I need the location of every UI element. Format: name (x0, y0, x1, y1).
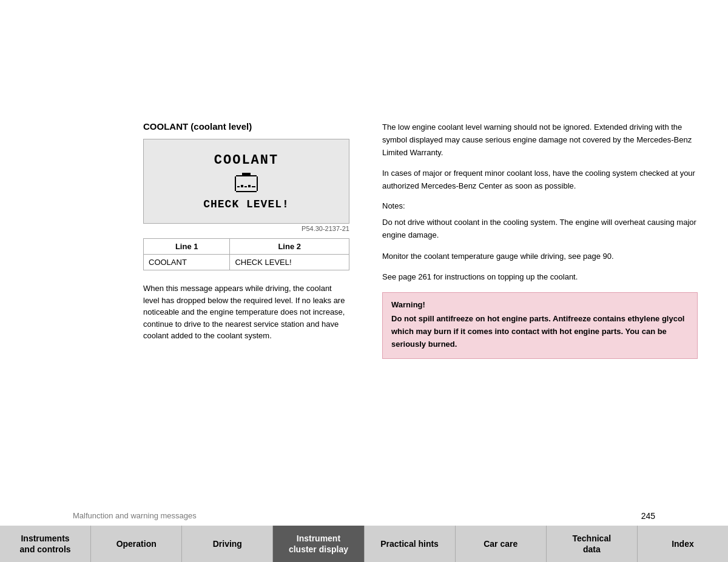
image-caption: P54.30-2137-21 (143, 225, 349, 232)
coolant-display-top: COOLANT (214, 153, 278, 168)
right-para-1: The low engine coolant level warning sho… (382, 121, 698, 159)
footer-area: Malfunction and warning messages 245 Ins… (0, 505, 728, 562)
tab-driving[interactable]: Driving (182, 526, 273, 562)
note-2: Monitor the coolant temperature gauge wh… (382, 250, 698, 263)
warning-title: Warning! (391, 300, 689, 309)
data-table: Line 1 Line 2 COOLANTCHECK LEVEL! (143, 238, 349, 270)
svg-rect-4 (237, 186, 240, 187)
tab-instrument-cluster[interactable]: Instrumentcluster display (273, 526, 364, 562)
svg-rect-6 (244, 186, 247, 187)
coolant-icon (231, 173, 261, 198)
note-1: Do not drive without coolant in the cool… (382, 216, 698, 242)
tab-practical-hints[interactable]: Practical hints (365, 526, 456, 562)
svg-rect-9 (242, 173, 251, 175)
footer-label: Malfunction and warning messages (73, 511, 197, 521)
coolant-display-bottom: CHECK LEVEL! (203, 198, 289, 210)
tab-instruments[interactable]: Instrumentsand controls (0, 526, 91, 562)
tab-car-care[interactable]: Car care (456, 526, 547, 562)
tab-index[interactable]: Index (638, 526, 728, 562)
page-wrapper: COOLANT (coolant level) COOLANT (0, 0, 728, 562)
table-row: COOLANTCHECK LEVEL! (144, 255, 349, 270)
warning-body: Do not spill antifreeze on hot engine pa… (391, 313, 689, 350)
table-header-line2: Line 2 (230, 239, 349, 255)
right-column: The low engine coolant level warning sho… (364, 24, 728, 505)
note-3: See page 261 for instructions on topping… (382, 271, 698, 284)
table-header-line1: Line 1 (144, 239, 230, 255)
right-para-2: In cases of major or frequent minor cool… (382, 167, 698, 193)
coolant-image-box: COOLANT CHECK LEVEL! (143, 139, 349, 224)
svg-rect-0 (236, 175, 257, 176)
table-cell: CHECK LEVEL! (230, 255, 349, 270)
svg-rect-3 (236, 191, 257, 192)
page-number: 245 (641, 511, 655, 521)
main-content: COOLANT (coolant level) COOLANT (0, 0, 728, 505)
svg-rect-2 (257, 176, 258, 191)
tab-technical-data[interactable]: Technicaldata (547, 526, 638, 562)
table-cell: COOLANT (144, 255, 230, 270)
tab-operation[interactable]: Operation (91, 526, 182, 562)
warning-box: Warning! Do not spill antifreeze on hot … (382, 292, 698, 358)
body-text: When this message appears while driving,… (143, 283, 349, 342)
svg-rect-5 (241, 185, 243, 187)
svg-rect-7 (248, 185, 251, 187)
page-footer-text: Malfunction and warning messages 245 (0, 505, 728, 526)
notes-label: Notes: (382, 201, 698, 210)
left-column: COOLANT (coolant level) COOLANT (0, 24, 364, 505)
nav-tabs: Instrumentsand controls Operation Drivin… (0, 526, 728, 562)
svg-rect-8 (252, 186, 255, 187)
coolant-title: COOLANT (coolant level) (143, 121, 340, 132)
svg-rect-1 (235, 176, 236, 191)
